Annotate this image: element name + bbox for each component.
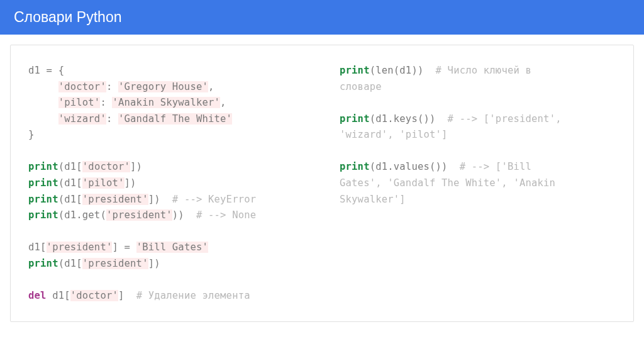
code-text: ,: [208, 81, 214, 92]
string-literal: 'wizard': [58, 113, 106, 125]
code-text: d1[: [28, 242, 47, 253]
indent: [28, 113, 58, 125]
string-literal: 'president': [82, 194, 148, 205]
blank-line: [340, 143, 616, 160]
code-text: (d1[: [58, 177, 82, 189]
code-line: print(d1.get('president')) # --> None: [28, 208, 304, 224]
keyword-print: print: [28, 209, 58, 221]
string-literal: 'doctor': [58, 81, 106, 92]
string-literal: 'president': [47, 242, 113, 253]
string-literal: 'doctor': [70, 290, 118, 301]
comment: # Число ключей в: [436, 65, 532, 76]
code-text: ]): [125, 177, 136, 189]
comment: Skywalker']: [340, 194, 406, 205]
keyword-print: print: [340, 65, 370, 76]
string-literal: 'Gandalf The White': [118, 113, 232, 125]
string-literal: 'pilot': [58, 97, 101, 108]
code-text: ,: [220, 97, 226, 108]
code-text: (d1[: [58, 161, 82, 172]
string-literal: 'doctor': [82, 161, 130, 172]
blank-line: [28, 272, 304, 288]
code-text: (d1.keys()): [370, 113, 448, 125]
string-literal: 'Gregory House': [118, 81, 208, 92]
code-line: словаре: [340, 79, 616, 96]
string-literal: 'president': [82, 258, 148, 269]
slide-title: Словари Python: [14, 9, 121, 25]
slide-header: Словари Python: [0, 0, 644, 35]
code-text: )): [172, 209, 196, 221]
code-line: print(d1['president']): [28, 256, 304, 272]
code-text: ]: [112, 242, 124, 253]
code-text: (d1[: [58, 194, 82, 205]
code-column-left: d1 = { 'doctor': 'Gregory House', 'pilot…: [11, 63, 322, 304]
comment: # Удаление элемента: [136, 290, 250, 301]
code-line: Skywalker']: [340, 192, 616, 208]
blank-line: [28, 143, 304, 160]
code-line: del d1['doctor'] # Удаление элемента: [28, 288, 304, 304]
operator-equals: =: [47, 65, 53, 76]
keyword-print: print: [28, 177, 58, 189]
code-line: print(d1.values()) # --> ['Bill: [340, 159, 616, 175]
keyword-print: print: [28, 161, 58, 172]
code-line: 'wizard', 'pilot']: [340, 127, 616, 143]
comment: словаре: [340, 81, 382, 92]
code-text: ]: [118, 290, 136, 301]
code-text: {: [52, 65, 64, 76]
code-text: (len(d1)): [370, 65, 436, 76]
indent: [28, 97, 58, 108]
operator-equals: =: [125, 242, 131, 253]
blank-line: [28, 224, 304, 240]
indent: [28, 81, 58, 92]
code-text: ]): [130, 161, 142, 172]
code-line: 'pilot': 'Anakin Skywalker',: [28, 95, 304, 111]
keyword-print: print: [28, 258, 58, 269]
string-literal: 'president': [106, 209, 172, 221]
code-text: (d1[: [58, 258, 82, 269]
code-line: print(d1['doctor']): [28, 159, 304, 175]
code-line: 'wizard': 'Gandalf The White': [28, 111, 304, 128]
code-line: }: [28, 127, 304, 143]
code-text: :: [106, 113, 118, 125]
code-text: }: [28, 129, 35, 140]
code-line: d1['president'] = 'Bill Gates': [28, 240, 304, 256]
string-literal: 'Bill Gates': [136, 242, 208, 253]
code-column-right: print(len(d1)) # Число ключей в словаре …: [322, 63, 633, 304]
code-line: print(d1.keys()) # --> ['president',: [340, 111, 616, 128]
code-text: ]): [148, 258, 160, 269]
comment: # --> None: [196, 209, 256, 221]
string-literal: 'Anakin Skywalker': [112, 97, 220, 108]
keyword-print: print: [28, 194, 58, 205]
keyword-print: print: [340, 161, 370, 172]
code-line: 'doctor': 'Gregory House',: [28, 79, 304, 96]
blank-line: [340, 95, 616, 111]
code-text: (d1.values()): [370, 161, 460, 172]
code-line: print(d1['president']) # --> KeyError: [28, 192, 304, 208]
comment: Gates', 'Gandalf The White', 'Anakin: [340, 177, 555, 189]
keyword-print: print: [340, 113, 370, 125]
code-text: :: [106, 81, 118, 92]
code-line: print(d1['pilot']): [28, 175, 304, 192]
code-text: d1: [28, 65, 47, 76]
code-text: :: [100, 97, 112, 108]
string-literal: 'pilot': [82, 177, 125, 189]
code-line: Gates', 'Gandalf The White', 'Anakin: [340, 175, 616, 192]
code-text: [130, 242, 136, 253]
comment: # --> ['president',: [448, 113, 562, 125]
comment: # --> KeyError: [172, 194, 256, 205]
comment: # --> ['Bill: [460, 161, 531, 172]
slide-content: d1 = { 'doctor': 'Gregory House', 'pilot…: [0, 35, 644, 332]
code-text: d1[: [47, 290, 70, 301]
code-card: d1 = { 'doctor': 'Gregory House', 'pilot…: [10, 45, 634, 322]
code-text: (d1.get(: [58, 209, 106, 221]
code-text: ]): [148, 194, 172, 205]
comment: 'wizard', 'pilot']: [340, 129, 448, 140]
keyword-del: del: [28, 290, 47, 301]
code-line: d1 = {: [28, 63, 304, 79]
code-line: print(len(d1)) # Число ключей в: [340, 63, 616, 79]
